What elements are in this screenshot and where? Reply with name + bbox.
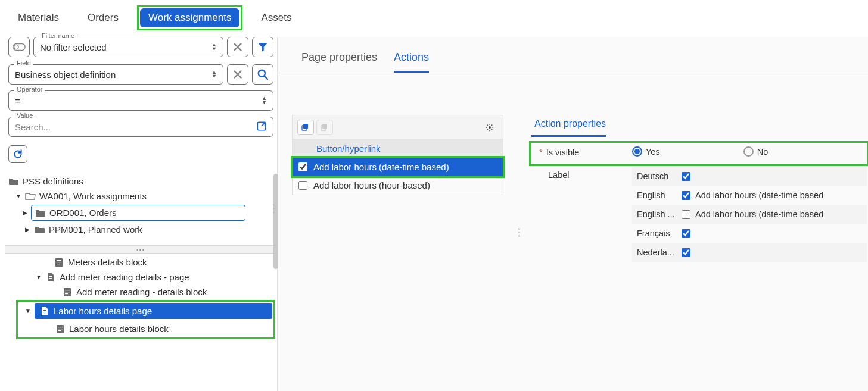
- lang-value: Add labor hours (date-time based: [694, 190, 867, 200]
- lang-checkbox[interactable]: [682, 210, 690, 219]
- paste-button[interactable]: [316, 120, 333, 135]
- apply-filter-button[interactable]: [252, 37, 273, 57]
- tree-item-ord[interactable]: ORD001, Orders: [31, 205, 245, 221]
- block-icon: [54, 258, 64, 267]
- clear-field-button[interactable]: [227, 64, 248, 85]
- action-label: Add labor hours (date-time based): [313, 162, 449, 172]
- action-checkbox[interactable]: [298, 181, 307, 190]
- operator-label: Operator: [14, 86, 45, 93]
- settings-button[interactable]: [481, 120, 498, 135]
- radio-icon: [632, 146, 642, 157]
- tree-item-label: ORD001, Orders: [49, 208, 117, 218]
- filter-name-select[interactable]: No filter selected ▲▼: [33, 37, 223, 57]
- tab-orders[interactable]: Orders: [79, 8, 127, 27]
- tree-item-cutoff[interactable]: Meters details block: [5, 255, 277, 270]
- tree-item-wa[interactable]: ▼ WA001, Work assignments: [5, 189, 277, 204]
- filter-toggle[interactable]: [8, 37, 30, 57]
- lang-name: Nederla...: [632, 248, 677, 257]
- refresh-button[interactable]: [8, 145, 27, 163]
- folder-icon: [35, 225, 45, 234]
- lang-row[interactable]: English ...Add labor hours (date-time ba…: [632, 205, 867, 224]
- svg-rect-22: [322, 124, 327, 129]
- popout-icon[interactable]: [256, 121, 267, 133]
- tab-materials[interactable]: Materials: [10, 8, 67, 27]
- tree-item-add-meter-page[interactable]: ▼ Add meter reading details - page: [5, 270, 277, 284]
- search-button[interactable]: [252, 64, 273, 85]
- lang-row[interactable]: Français: [632, 224, 867, 243]
- tree-item-label: WA001, Work assignments: [39, 191, 147, 201]
- page-icon: [39, 306, 50, 316]
- svg-rect-18: [58, 329, 63, 329]
- lang-checkbox[interactable]: [682, 191, 690, 200]
- lang-checkbox[interactable]: [682, 248, 690, 257]
- lang-checkbox[interactable]: [682, 172, 690, 181]
- is-visible-label: Is visible: [546, 148, 580, 157]
- tab-actions[interactable]: Actions: [394, 51, 429, 73]
- svg-rect-0: [13, 44, 25, 51]
- svg-rect-14: [43, 310, 46, 311]
- tree-item-labor-page[interactable]: Labor hours details page: [35, 303, 272, 319]
- definitions-tree: PSS definitions ▼ WA001, Work assignment…: [5, 174, 277, 337]
- radio-no[interactable]: No: [743, 146, 769, 157]
- dropdown-icon: ▲▼: [211, 43, 217, 51]
- tree-item-label: Meters details block: [68, 257, 147, 267]
- action-row[interactable]: Add labor hours (hour-based): [293, 176, 503, 195]
- tab-assets[interactable]: Assets: [253, 8, 300, 27]
- action-label: Add labor hours (hour-based): [313, 180, 430, 190]
- tree-item-ppm[interactable]: ▶ PPM001, Planned work: [5, 222, 277, 237]
- lang-checkbox[interactable]: [682, 229, 690, 238]
- radio-no-label: No: [757, 147, 769, 157]
- tab-work-assignments[interactable]: Work assignments: [140, 8, 240, 27]
- right-tabs: Page properties Actions: [278, 37, 868, 73]
- tree-item-label: Add meter reading details - page: [60, 272, 189, 282]
- lang-row[interactable]: Deutsch: [632, 167, 867, 186]
- svg-point-24: [489, 126, 491, 129]
- right-panel: Page properties Actions: [277, 37, 868, 391]
- action-row-selected[interactable]: Add labor hours (date-time based): [293, 158, 503, 176]
- top-nav: Materials Orders Work assignments Assets: [0, 0, 868, 37]
- svg-rect-17: [58, 327, 63, 327]
- resize-handle[interactable]: [518, 228, 522, 239]
- field-label: Field: [14, 60, 33, 67]
- actions-list: Button/hyperlink Add labor hours (date-t…: [292, 139, 503, 195]
- svg-rect-19: [58, 330, 61, 331]
- svg-rect-12: [65, 292, 70, 292]
- clear-filter-button[interactable]: [227, 37, 248, 57]
- page-icon: [45, 273, 56, 282]
- action-properties-title: Action properties: [531, 115, 606, 137]
- action-checkbox[interactable]: [298, 162, 307, 171]
- tree-item-label: Labor hours details page: [54, 306, 152, 316]
- caret-down-icon[interactable]: ▼: [25, 308, 31, 314]
- lang-name: Français: [632, 229, 677, 238]
- split-handle[interactable]: •••: [5, 245, 277, 254]
- svg-point-1: [14, 45, 18, 49]
- field-value: Business object definition: [15, 70, 116, 80]
- copy-button[interactable]: [297, 120, 314, 135]
- caret-right-icon[interactable]: ▶: [23, 209, 29, 216]
- value-input[interactable]: [15, 122, 256, 132]
- actions-toolbar: [292, 115, 503, 139]
- svg-rect-6: [57, 262, 61, 262]
- label-lang-grid: DeutschEnglishAdd labor hours (date-time…: [632, 167, 867, 262]
- filter-name-value: No filter selected: [40, 42, 107, 52]
- svg-rect-11: [65, 290, 70, 290]
- svg-rect-20: [303, 124, 308, 129]
- prop-is-visible: * Is visible Yes No: [531, 144, 864, 163]
- caret-down-icon: ▼: [36, 274, 42, 280]
- resize-handle[interactable]: [273, 204, 276, 222]
- operator-select[interactable]: = ▲▼: [8, 90, 273, 111]
- field-select[interactable]: Business object definition ▲▼: [8, 64, 223, 85]
- tree-root[interactable]: PSS definitions: [5, 174, 277, 189]
- dropdown-icon: ▲▼: [262, 96, 267, 105]
- lang-row[interactable]: Nederla...: [632, 243, 867, 262]
- svg-rect-8: [49, 276, 52, 277]
- svg-rect-7: [57, 264, 60, 264]
- tab-page-properties[interactable]: Page properties: [301, 51, 377, 73]
- tree-item-add-meter-block[interactable]: Add meter reading - details block: [5, 284, 277, 299]
- value-input-wrap: [8, 117, 273, 137]
- svg-rect-13: [65, 293, 68, 294]
- radio-yes[interactable]: Yes: [632, 146, 660, 157]
- lang-row[interactable]: EnglishAdd labor hours (date-time based: [632, 186, 867, 205]
- tree-item-labor-block[interactable]: Labor hours details block: [19, 321, 272, 336]
- tree-item-label: PPM001, Planned work: [49, 224, 142, 234]
